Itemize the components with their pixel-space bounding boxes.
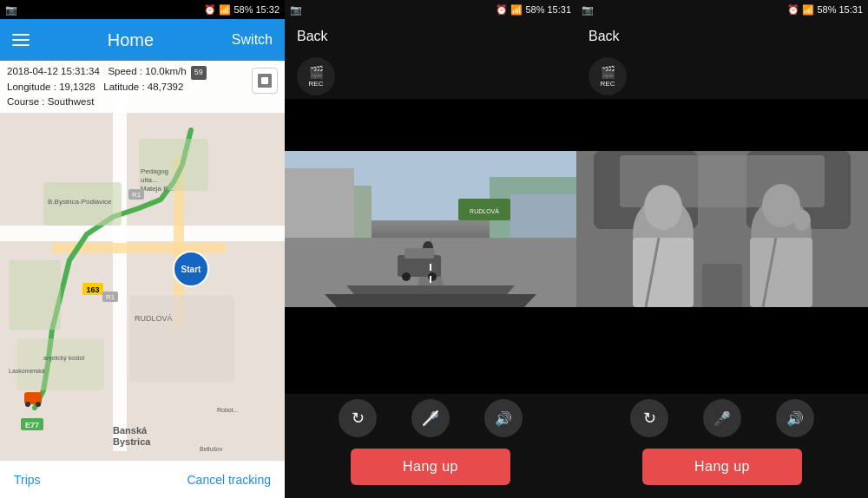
camera-interior-panel: 📷 ⏰ 📶 58% 15:31 Back 🎬 REC: [576, 0, 868, 498]
info-row-2: Longitude : 19,1328 Latitude : 48,7392: [7, 80, 278, 95]
cam2-status-left: 📷: [582, 4, 594, 16]
map-svg: B.Bystrica-Podlavice Pedagog ulta... Mat…: [0, 61, 285, 460]
svg-point-52: [402, 272, 411, 281]
speed-badge: 59: [191, 66, 207, 80]
svg-rect-3: [0, 226, 285, 241]
speed-value: 10.0km/h: [145, 66, 186, 76]
map-bottom-bar: Trips Cancel tracking: [0, 460, 285, 498]
cam1-status-left: 📷: [290, 4, 302, 16]
camera-icon: 📷: [5, 4, 17, 16]
info-row-3: Course : Southwest: [7, 95, 278, 109]
info-row-1: 2018-04-12 15:31:34 Speed : 10.0km/h 59: [7, 64, 278, 80]
speed-label: Speed :: [108, 66, 142, 76]
alarm-icon: ⏰: [204, 4, 216, 16]
cam2-back-button[interactable]: Back: [589, 29, 620, 44]
cam1-camera-icon: 📷: [290, 4, 302, 15]
cam2-volume-icon: 🔊: [786, 410, 804, 427]
cancel-tracking-link[interactable]: Cancel tracking: [187, 473, 272, 487]
app-title: Home: [108, 30, 154, 50]
status-bar-right: ⏰ 📶 58% 15:32: [204, 4, 279, 16]
svg-rect-1: [260, 76, 269, 85]
map-overlay-button[interactable]: [252, 68, 278, 94]
cam2-rotate-button[interactable]: ↻: [630, 399, 668, 437]
cam1-rec-area: 🎬 REC: [285, 54, 576, 99]
cam2-rotate-icon: ↻: [643, 409, 656, 428]
svg-marker-55: [325, 294, 536, 307]
cam1-status-right: ⏰ 📶 58% 15:31: [496, 4, 571, 16]
cam1-black-top: [285, 99, 576, 151]
lon-value: 19,1328: [59, 82, 95, 92]
switch-button[interactable]: Switch: [232, 32, 273, 48]
svg-rect-45: [510, 194, 576, 238]
cam1-status-bar: 📷 ⏰ 📶 58% 15:31: [285, 0, 576, 19]
svg-text:Banská: Banská: [113, 425, 148, 436]
cam1-battery: 58%: [525, 4, 544, 15]
svg-rect-43: [285, 168, 354, 238]
cam1-rec-button[interactable]: 🎬 REC: [297, 57, 335, 95]
cam2-rec-area: 🎬 REC: [576, 54, 868, 99]
cam1-back-button[interactable]: Back: [297, 29, 328, 44]
svg-rect-11: [17, 338, 104, 390]
cam1-controls: ↻ 🎤 🔊: [285, 394, 576, 442]
svg-text:RUDLOVÁ: RUDLOVÁ: [470, 207, 499, 214]
svg-text:Bellušov: Bellušov: [200, 446, 223, 452]
cam1-front-image: RUDLOVÁ: [285, 151, 576, 307]
cam2-camera-icon: 📷: [582, 4, 594, 15]
svg-text:R1: R1: [106, 293, 115, 301]
info-bar: 2018-04-12 15:31:34 Speed : 10.0km/h 59 …: [0, 61, 285, 113]
cam2-rec-button[interactable]: 🎬 REC: [589, 57, 627, 95]
cam1-rotate-icon: ↻: [352, 409, 365, 428]
app-bar: Home Switch: [0, 19, 285, 61]
cam2-mic-button[interactable]: 🎤: [703, 399, 741, 437]
lat-value: 48,7392: [148, 82, 184, 92]
cam2-status-right: ⏰ 📶 58% 15:31: [787, 4, 863, 16]
cam1-rec-label: REC: [309, 80, 324, 88]
svg-text:B.Bystrica-Podlavice: B.Bystrica-Podlavice: [48, 198, 112, 206]
cam1-hang-up-button[interactable]: Hang up: [351, 449, 510, 485]
cam1-rotate-button[interactable]: ↻: [339, 399, 377, 437]
cam1-rec-video-icon: 🎬: [309, 65, 324, 79]
svg-rect-10: [130, 295, 234, 382]
cam1-volume-button[interactable]: 🔊: [484, 399, 523, 437]
cam2-status-bar: 📷 ⏰ 📶 58% 15:31: [576, 0, 868, 19]
cam2-rec-video-icon: 🎬: [601, 65, 615, 79]
svg-point-36: [25, 402, 30, 407]
svg-point-37: [36, 402, 41, 407]
cam2-interior-image: [576, 151, 868, 307]
cam2-controls: ↻ 🎤 🔊: [576, 394, 868, 442]
interior-cam-svg: [576, 151, 868, 307]
cam1-mic-button[interactable]: 🎤: [411, 399, 450, 437]
cam2-black-top: [576, 99, 868, 151]
menu-icon[interactable]: [12, 34, 30, 46]
svg-point-53: [428, 272, 437, 281]
svg-text:E77: E77: [25, 421, 39, 429]
cam2-alarm-icon: ⏰: [787, 4, 799, 16]
trips-link[interactable]: Trips: [14, 473, 41, 487]
cam2-mic-icon: 🎤: [713, 410, 731, 427]
time-text: 15:32: [255, 4, 279, 15]
cam1-black-bottom: [285, 307, 576, 394]
svg-text:Bystrica: Bystrica: [113, 436, 151, 447]
map-status-bar: 📷 ⏰ 📶 58% 15:32: [0, 0, 285, 19]
cam2-rec-label: REC: [601, 80, 615, 88]
map-area[interactable]: B.Bystrica-Podlavice Pedagog ulta... Mat…: [0, 61, 285, 460]
svg-rect-9: [9, 260, 61, 330]
cam2-hang-up-button[interactable]: Hang up: [642, 449, 802, 485]
svg-text:Robot...: Robot...: [217, 407, 239, 413]
svg-text:Laskomerská: Laskomerská: [9, 368, 45, 374]
cam2-top-bar: Back: [576, 19, 868, 54]
cam2-volume-button[interactable]: 🔊: [776, 399, 814, 437]
cam1-alarm-icon: ⏰: [496, 4, 508, 16]
layers-icon: [257, 73, 273, 88]
svg-text:Mateja B...: Mateja B...: [141, 185, 174, 193]
wifi-icon: 📶: [219, 4, 231, 16]
lat-label: Latitude :: [103, 82, 144, 92]
camera-front-panel: 📷 ⏰ 📶 58% 15:31 Back 🎬 REC: [285, 0, 576, 498]
svg-marker-56: [346, 285, 515, 294]
svg-rect-71: [576, 151, 868, 307]
svg-text:Pedagog: Pedagog: [141, 167, 168, 175]
svg-rect-51: [404, 248, 434, 259]
svg-text:R1: R1: [132, 191, 141, 199]
course-label: Course :: [7, 96, 44, 107]
cam1-volume-icon: 🔊: [495, 410, 512, 427]
